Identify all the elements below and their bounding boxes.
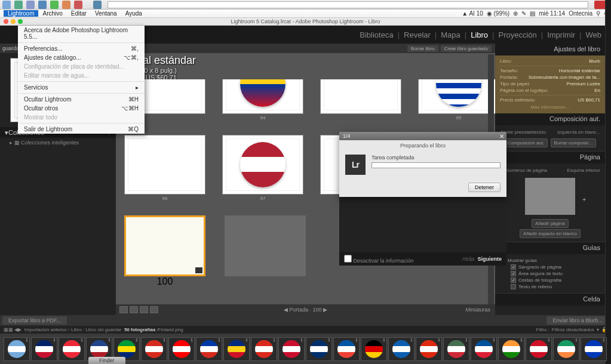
menu-help[interactable]: Ayuda: [121, 10, 146, 17]
filmstrip-thumb[interactable]: 1: [416, 337, 442, 361]
view-single-icon[interactable]: [140, 306, 148, 313]
filmstrip-thumb[interactable]: 1: [251, 337, 277, 361]
menu-quit[interactable]: Salir de Lightroom⌘Q: [18, 125, 145, 134]
book-settings-header[interactable]: Ajustes del libro: [495, 44, 605, 55]
menu-about[interactable]: Acerca de Adobe Photoshop Lightroom 5.5.…: [18, 26, 145, 41]
filmstrip-thumb[interactable]: 1: [498, 337, 524, 361]
module-library[interactable]: Biblioteca: [357, 30, 395, 39]
stop-button[interactable]: Detener: [468, 183, 501, 192]
menu-identity-plate: Configuración de placa de identidad...: [18, 62, 145, 71]
module-develop[interactable]: Revelar: [401, 30, 433, 39]
filmstrip-thumb[interactable]: 1: [196, 337, 222, 361]
page-spread[interactable]: [320, 79, 401, 121]
add-blank-button[interactable]: Añadir espacio en blanco: [520, 229, 581, 238]
module-map[interactable]: Mapa: [438, 30, 463, 39]
guide-checkbox[interactable]: ✓: [511, 277, 516, 283]
next-button[interactable]: Siguiente: [477, 256, 502, 262]
guide-checkbox[interactable]: ✓: [511, 271, 516, 276]
smart-collections[interactable]: ▸ ▦ Colecciones inteligentes: [0, 138, 116, 147]
module-print[interactable]: Imprimir: [545, 30, 578, 39]
menu-watermarks: Editar marcas de agua...: [18, 71, 145, 80]
tool-icon[interactable]: [62, 1, 70, 9]
clear-book-button[interactable]: Borrar libro: [407, 45, 438, 52]
filmstrip-thumb[interactable]: 1: [306, 337, 332, 361]
module-book[interactable]: Libro: [468, 30, 490, 39]
filmstrip-thumb[interactable]: 1: [4, 337, 30, 361]
page-spread[interactable]: 96: [124, 135, 205, 201]
menu-catalog-settings[interactable]: Ajustes de catálogo...⌥⌘,: [18, 53, 145, 62]
guide-checkbox[interactable]: [511, 284, 516, 289]
send-blurb-button[interactable]: Enviar libro a Blurb...: [546, 316, 609, 325]
page-spread[interactable]: 94: [222, 79, 303, 121]
filmstrip-thumb[interactable]: 1: [278, 337, 305, 361]
page-label: 100: [157, 276, 173, 287]
filmstrip-thumb[interactable]: 1: [443, 337, 469, 361]
filmstrip-thumb[interactable]: 1: [581, 337, 607, 361]
menu-file[interactable]: Archivo: [38, 10, 66, 17]
back-cover-page[interactable]: [124, 215, 205, 276]
page-spread[interactable]: 97: [222, 135, 303, 201]
menu-preferences[interactable]: Preferencias...⌘,: [18, 44, 145, 53]
module-web[interactable]: Web: [584, 30, 604, 39]
tool-icon[interactable]: [2, 1, 11, 9]
tool-icon[interactable]: [14, 1, 23, 9]
minimize-icon[interactable]: [11, 19, 16, 24]
filmstrip-thumb[interactable]: 1: [141, 337, 167, 361]
task-label: Tarea completada: [371, 155, 501, 161]
disable-info-checkbox[interactable]: [344, 255, 352, 263]
save-book-button[interactable]: Crear libro guardado: [441, 45, 492, 52]
close-icon[interactable]: [4, 19, 8, 24]
search-icon[interactable]: ⚲: [596, 10, 600, 17]
clear-layout-button[interactable]: Borrar composic...: [551, 138, 597, 147]
status-user: Ontecnia: [569, 10, 592, 17]
status-icon[interactable]: ▤: [530, 10, 535, 17]
auto-layout-button[interactable]: Composición aut.: [504, 138, 548, 147]
status-battery: ◉ (99%): [487, 10, 509, 17]
menu-show-all: Mostrar todo: [18, 113, 145, 122]
center-footer: ◀ Portada · 100 ▶ Miniaturas: [116, 304, 495, 315]
cell-header[interactable]: Celda: [495, 294, 605, 306]
tool-icon[interactable]: [74, 1, 82, 9]
address-field[interactable]: [108, 1, 588, 8]
empty-page-slot[interactable]: [225, 215, 306, 276]
page-layout-preview[interactable]: +: [525, 178, 575, 215]
more-info-button[interactable]: Más información...: [500, 103, 600, 111]
filmstrip-thumb[interactable]: 1: [59, 337, 85, 361]
page-spread[interactable]: 95: [418, 79, 495, 121]
filmstrip-thumb[interactable]: 1: [223, 337, 250, 361]
view-spread-icon[interactable]: [130, 306, 138, 313]
tool-icon[interactable]: [93, 1, 102, 9]
tool-icon[interactable]: [26, 1, 35, 9]
status-icon[interactable]: ✎: [521, 10, 526, 17]
add-page-button[interactable]: Añadir página: [532, 219, 568, 228]
filmstrip-thumb[interactable]: 1: [526, 337, 552, 361]
view-grid-icon[interactable]: [119, 306, 128, 313]
center-toolbar: Borrar libro Crear libro guardado: [116, 44, 495, 53]
menu-hide[interactable]: Ocultar Lightroom⌘H: [18, 95, 145, 104]
zoom-icon[interactable]: [18, 19, 23, 24]
menu-app[interactable]: Lightroom: [4, 10, 38, 17]
filmstrip-thumb[interactable]: 1: [361, 337, 387, 361]
menu-edit[interactable]: Editar: [67, 10, 91, 17]
status-icon[interactable]: ⊕: [513, 10, 518, 17]
filmstrip-thumb[interactable]: 1: [553, 337, 579, 361]
module-slideshow[interactable]: Proyección: [496, 30, 539, 39]
tool-icon[interactable]: [50, 1, 59, 9]
menu-hide-others[interactable]: Ocultar otros⌥⌘H: [18, 104, 145, 113]
menu-window[interactable]: Ventana: [91, 10, 121, 17]
filmstrip-thumb[interactable]: 1: [168, 337, 195, 361]
guide-checkbox[interactable]: ✓: [511, 264, 516, 270]
filmstrip-thumb[interactable]: 1: [333, 337, 360, 361]
auto-layout-header[interactable]: Composición aut.: [495, 113, 605, 125]
tool-icon[interactable]: [38, 1, 47, 9]
finder-tab[interactable]: Finder: [88, 357, 125, 364]
menu-services[interactable]: Servicios▸: [18, 83, 145, 92]
page-header[interactable]: Página: [495, 152, 605, 164]
view-zoom-icon[interactable]: [150, 306, 158, 313]
dialog-close-icon[interactable]: ✕: [499, 132, 504, 141]
filmstrip-thumb[interactable]: 1: [471, 337, 497, 361]
filmstrip-thumb[interactable]: 1: [388, 337, 415, 361]
filmstrip-thumb[interactable]: 1: [31, 337, 57, 361]
export-pdf-button[interactable]: Exportar libro a PDF...: [2, 316, 67, 325]
guides-header[interactable]: Guías: [495, 242, 605, 254]
